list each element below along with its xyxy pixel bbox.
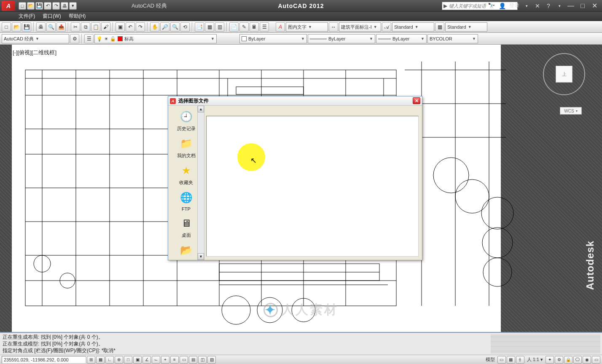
preview-icon[interactable]: 🔍	[46, 22, 56, 32]
publish-icon[interactable]: 📤	[56, 22, 66, 32]
zoom-realtime-icon[interactable]: 🔎	[160, 22, 169, 32]
toolbar-lock-icon[interactable]: 🔒	[564, 356, 572, 364]
places-ftp[interactable]: 🌐FTP	[174, 190, 199, 211]
qat-print-icon[interactable]: 🖶	[61, 2, 68, 10]
gear-icon[interactable]: ⚙	[70, 34, 79, 43]
places-scrollbar[interactable]: ▲ ▼	[197, 106, 204, 260]
annoscale-icon[interactable]: ⟠	[516, 356, 524, 364]
table-style-combo[interactable]: Standard▼	[445, 22, 487, 32]
ws-switch-icon[interactable]: ⚙	[555, 356, 563, 364]
places-history[interactable]: 🕘历史记录	[174, 109, 199, 132]
textstyle-icon[interactable]: 𝒜	[382, 22, 391, 32]
match-icon[interactable]: 🖌	[101, 22, 110, 32]
color-combo[interactable]: ByLayer▼	[239, 34, 307, 43]
maximize-button[interactable]: □	[578, 2, 587, 10]
minimize-button[interactable]: —	[567, 2, 575, 10]
sheet-icon[interactable]: 📄	[229, 22, 239, 32]
toolpalettes-icon[interactable]: ▥	[215, 22, 224, 32]
osnap-toggle[interactable]: □	[124, 356, 132, 364]
calc-icon[interactable]: 🖩	[250, 22, 259, 32]
menu-help[interactable]: 帮助(H)	[69, 13, 86, 20]
print-icon[interactable]: 🖶	[36, 22, 46, 32]
new-icon[interactable]: □	[2, 22, 11, 32]
places-more[interactable]: 📂	[174, 243, 199, 258]
help-dropdown-icon[interactable]: ▾	[556, 2, 563, 10]
open-icon[interactable]: 📂	[12, 22, 21, 32]
plotstyle-combo[interactable]: BYCOLOR▼	[427, 34, 478, 43]
dyn-toggle[interactable]: +	[161, 356, 169, 364]
3dosnap-toggle[interactable]: ▣	[133, 356, 142, 364]
hardware-icon[interactable]: 🖵	[573, 356, 582, 364]
otrack-toggle[interactable]: ∠	[142, 356, 151, 364]
properties-icon[interactable]: 📑	[195, 22, 204, 32]
table-icon[interactable]: ▦	[435, 22, 444, 32]
scale-label[interactable]: 人 1:1 ▾	[525, 356, 545, 363]
qat-undo-icon[interactable]: ↶	[44, 2, 51, 10]
qat-open-icon[interactable]: 📂	[27, 2, 35, 10]
model-label[interactable]: 模型	[484, 356, 497, 363]
clean-icon[interactable]: ▭	[592, 356, 600, 364]
grid-toggle[interactable]: ▦	[96, 356, 105, 364]
qat-dropdown-icon[interactable]: ▾	[69, 2, 77, 10]
zoom-prev-icon[interactable]: ⟲	[180, 22, 190, 32]
dim-style-combo[interactable]: 建筑平面标注-I▼	[339, 22, 381, 32]
save-icon[interactable]: 💾	[22, 22, 31, 32]
scroll-down-icon[interactable]: ▼	[198, 253, 204, 260]
pan-icon[interactable]: ✋	[150, 22, 159, 32]
login-icon[interactable]: 👤	[498, 2, 506, 10]
tpy-toggle[interactable]: ▭	[180, 356, 188, 364]
dialog-close-button[interactable]: ✕	[413, 97, 420, 104]
paste-icon[interactable]: 📋	[91, 22, 100, 32]
cut-icon[interactable]: ✂	[71, 22, 80, 32]
layer-manager-icon[interactable]: ☰	[84, 34, 94, 43]
app-menu-button[interactable]: A	[2, 1, 15, 11]
exchange-icon[interactable]: ✕	[534, 2, 541, 10]
qat-save-icon[interactable]: 💾	[35, 2, 43, 10]
coordinates-display[interactable]: 235591.029, -11986.292, 0.000	[2, 356, 86, 364]
undo2-icon[interactable]: ↶	[126, 22, 135, 32]
annotation-style-combo[interactable]: 图内文字▼	[286, 22, 328, 32]
layers-icon[interactable]: ☰	[260, 22, 269, 32]
qat-new-icon[interactable]: □	[19, 2, 26, 10]
help-icon[interactable]: ?	[545, 2, 552, 10]
annotate-icon[interactable]: A	[276, 22, 285, 32]
block-icon[interactable]: ▣	[116, 22, 125, 32]
isolate-icon[interactable]: ◉	[583, 356, 591, 364]
dim-icon[interactable]: ↔	[329, 22, 338, 32]
qp-toggle[interactable]: ▤	[189, 356, 197, 364]
viewcube-face[interactable]: 上	[556, 66, 572, 83]
redo2-icon[interactable]: ↷	[136, 22, 145, 32]
dialog-titlebar[interactable]: A 选择图形文件 ✕	[168, 96, 422, 106]
login-dropdown-icon[interactable]: ▾	[523, 2, 530, 10]
file-list[interactable]	[206, 116, 419, 257]
lwt-toggle[interactable]: ≡	[170, 356, 179, 364]
view-cube[interactable]: 上	[543, 53, 585, 95]
layout-icon[interactable]: ▭	[497, 356, 506, 364]
scroll-up-icon[interactable]: ▲	[198, 106, 204, 112]
close-button[interactable]: ✕	[590, 2, 599, 10]
command-line-area[interactable]: 正在重生成布局: 找到 [0%] 个对象(共 0 个)。 正在重生成模型: 找到…	[0, 332, 602, 355]
snap-toggle[interactable]: ⊞	[87, 356, 95, 364]
cmd-grip[interactable]	[491, 335, 600, 353]
sc-toggle[interactable]: ◫	[198, 356, 207, 364]
am-toggle[interactable]: ▧	[207, 356, 216, 364]
copy-icon[interactable]: ⧉	[81, 22, 90, 32]
menu-file[interactable]: 文件(F)	[19, 13, 35, 20]
places-desktop[interactable]: 🖥桌面	[174, 216, 199, 238]
designcenter-icon[interactable]: ▦	[205, 22, 214, 32]
linetype-combo[interactable]: ByLayer▼	[308, 34, 375, 43]
text-style-combo[interactable]: Standard▼	[392, 22, 434, 32]
workspace-combo[interactable]: AutoCAD 经典▼	[2, 34, 69, 43]
ducs-toggle[interactable]: ⌙	[152, 356, 160, 364]
polar-toggle[interactable]: ⊕	[115, 356, 123, 364]
binoculars-icon[interactable]: 🔭	[487, 2, 495, 10]
markup-icon[interactable]: ✎	[239, 22, 249, 32]
ortho-toggle[interactable]: ∟	[105, 356, 114, 364]
qat-redo-icon[interactable]: ↷	[52, 2, 60, 10]
quickview-icon[interactable]: ▦	[507, 356, 515, 364]
login-label[interactable]: 登录	[509, 2, 519, 9]
places-favorites[interactable]: ★收藏夹	[174, 163, 199, 186]
zoom-window-icon[interactable]: 🔍	[170, 22, 180, 32]
layer-combo[interactable]: 💡 ☀ 🔓 标高▼	[94, 34, 217, 43]
annovis-icon[interactable]: ✦	[546, 356, 554, 364]
